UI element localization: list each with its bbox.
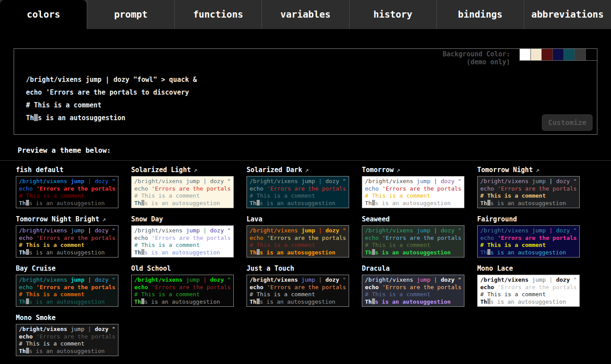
card-line-string: echo 'Errors are the portals [480,284,577,291]
background-swatch-maroon[interactable] [542,49,553,60]
external-link-icon[interactable]: ↗ [102,215,106,223]
theme-card[interactable]: /bright/vixens jump | dozy " echo 'Error… [247,176,349,208]
token-quote: " [458,178,461,184]
token-quote: " [573,178,577,184]
token-autosuggestion-suffix: s is an autosuggestion [260,298,335,305]
background-swatch-black[interactable] [586,49,597,60]
theme-title: Old School [131,265,234,275]
background-swatch-white[interactable] [520,49,531,60]
text-cursor-block [257,298,260,304]
card-line-string: echo 'Errors are the portals [250,284,346,291]
theme-title: Tomorrow↗ [362,166,464,176]
theme-card[interactable]: /bright/vixens jump | dozy " echo 'Error… [131,275,234,307]
theme-card[interactable]: /bright/vixens jump | dozy " echo 'Error… [477,275,580,307]
background-swatch-cream[interactable] [531,49,542,60]
card-line-command: /bright/vixens jump | dozy " [134,276,231,284]
terminal-preview: Background Color: (demo only) /bright/vi… [14,48,597,135]
tab-prompt[interactable]: prompt [87,0,174,29]
card-line-string: echo 'Errors are the portals [134,284,231,291]
tab-variables[interactable]: variables [261,0,349,29]
background-swatch-navy[interactable] [553,49,564,60]
external-link-icon[interactable]: ↗ [396,166,400,174]
token-string: 'Errors are the portals [151,235,231,241]
token-echo: echo [480,284,494,290]
token-comment: # This is a comment [19,291,85,298]
external-link-icon[interactable]: ↗ [535,166,539,174]
card-line-autosuggestion: Ths is an autosuggestion [365,200,461,207]
token-autosuggestion-suffix: s is an autosuggestion [490,298,566,305]
tab-abbreviations[interactable]: abbreviations [524,0,611,29]
token-autosuggestion-suffix: s is an autosuggestion [490,200,566,206]
card-line-comment: # This is a comment [19,242,115,249]
theme-title: Bay Cruise [16,265,118,275]
token-echo: echo [365,235,379,241]
token-quote: " [112,326,115,332]
theme-card[interactable]: /bright/vixens jump | dozy " echo 'Error… [362,225,464,257]
token-autosuggestion-prefix: Th [19,200,26,206]
card-line-comment: # This is a comment [480,242,577,249]
token-string: 'Errors are the portals [497,284,577,290]
external-link-icon[interactable]: ↗ [193,166,197,174]
card-line-string: echo 'Errors are the portals [134,185,231,193]
theme-card[interactable]: /bright/vixens jump | dozy " echo 'Error… [362,176,464,208]
token-autosuggestion-suffix: s is an autosuggestion [144,249,220,256]
theme-card[interactable]: /bright/vixens jump | dozy " echo 'Error… [131,225,234,257]
token-command: jump [186,276,199,283]
text-cursor-block [372,298,375,304]
token-echo: echo [134,284,148,290]
token-pipe: | [88,276,92,283]
card-line-comment: # This is a comment [250,192,346,200]
token-param: dozy [441,227,454,234]
customize-button[interactable]: Customize [542,114,593,131]
theme-title: Mono Smoke [16,314,118,324]
token-command: jump [186,227,199,234]
card-line-comment: # This is a comment [134,291,231,298]
theme-card[interactable]: /bright/vixens jump | dozy " echo 'Error… [247,225,349,257]
theme-card[interactable]: /bright/vixens jump | dozy " echo 'Error… [16,176,118,208]
theme-card[interactable]: /bright/vixens jump | dozy " echo 'Error… [362,275,464,307]
autosuggestion-prefix: Th [26,114,34,122]
card-line-comment: # This is a comment [250,242,346,249]
text-cursor-block [257,249,260,255]
token-path: /bright/vixens [365,227,413,234]
card-line-string: echo 'Errors are the portals [134,235,231,242]
token-command: jump [416,276,430,283]
token-autosuggestion-suffix: s is an autosuggestion [29,200,105,206]
token-param: dozy [325,276,339,283]
card-line-comment: # This is a comment [480,192,577,200]
theme-card[interactable]: /bright/vixens jump | dozy " echo 'Error… [247,275,349,307]
card-line-autosuggestion: Ths is an autosuggestion [250,249,346,257]
token-autosuggestion-suffix: s is an autosuggestion [260,249,335,256]
tab-colors[interactable]: colors [0,0,87,29]
theme-cell: Seaweed /bright/vixens jump | dozy " ech… [362,215,464,257]
text-cursor-block [141,200,144,206]
theme-title-text: Tomorrow Night Bright [16,215,99,223]
theme-card[interactable]: /bright/vixens jump | dozy " echo 'Error… [16,324,118,356]
token-quote: " [573,276,577,283]
theme-card[interactable]: /bright/vixens jump | dozy " echo 'Error… [477,176,580,208]
token-autosuggestion-prefix: Th [134,249,141,256]
theme-title: Tomorrow Night Bright↗ [16,215,118,225]
background-swatch-dark-gray[interactable] [575,49,586,60]
tab-bindings[interactable]: bindings [436,0,523,29]
text-cursor-block [372,200,375,206]
theme-title-text: fish default [16,166,63,174]
theme-card[interactable]: /bright/vixens jump | dozy " echo 'Error… [16,275,118,307]
card-line-comment: # This is a comment [19,291,115,298]
theme-card[interactable]: /bright/vixens jump | dozy " echo 'Error… [477,225,580,257]
text-cursor-block [26,200,29,206]
theme-card[interactable]: /bright/vixens jump | dozy " echo 'Error… [131,176,234,208]
theme-card[interactable]: /bright/vixens jump | dozy " echo 'Error… [16,225,118,257]
token-comment: # This is a comment [19,340,85,347]
background-swatch-teal[interactable] [564,49,575,60]
card-line-comment: # This is a comment [365,242,461,249]
theme-title-text: Mono Lace [477,265,513,272]
tab-history[interactable]: history [349,0,436,29]
token-quote: " [573,227,577,234]
token-comment: # This is a comment [134,242,200,248]
tab-functions[interactable]: functions [174,0,261,29]
token-comment: # This is a comment [134,291,200,298]
token-echo: echo [480,235,494,241]
token-echo: echo [134,235,148,241]
external-link-icon[interactable]: ↗ [305,166,309,174]
